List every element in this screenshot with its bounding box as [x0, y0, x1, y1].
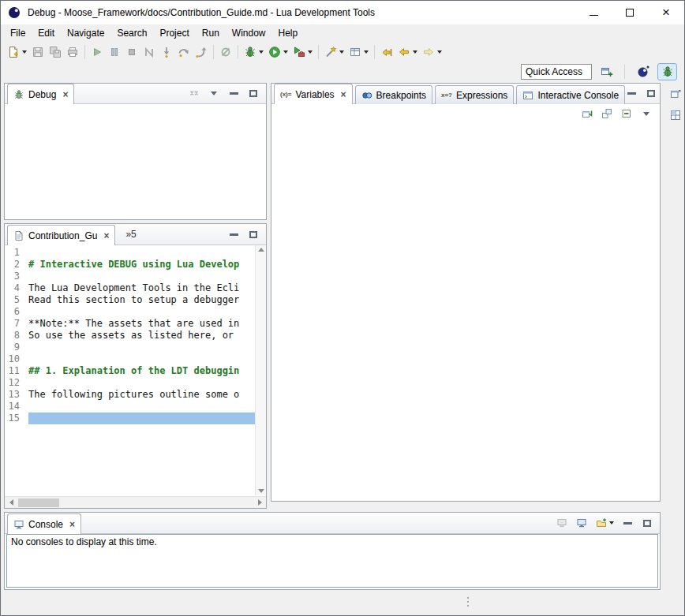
code-line[interactable]: 12: [5, 377, 255, 389]
code-line[interactable]: 3: [5, 271, 255, 282]
clear-console-button[interactable]: [556, 517, 568, 529]
menu-navigate[interactable]: Navigate: [61, 25, 110, 41]
maximize-view-button[interactable]: [247, 228, 260, 241]
code-line[interactable]: 10: [5, 353, 255, 365]
scroll-left-button[interactable]: [5, 499, 17, 506]
quick-access-label: Quick Access: [526, 66, 582, 77]
remove-all-terminated-button[interactable]: [188, 87, 200, 99]
step-into-button[interactable]: [159, 44, 174, 60]
view-menu-button[interactable]: [208, 87, 220, 99]
run-button[interactable]: [267, 44, 290, 60]
tab-expressions[interactable]: x=? Expressions: [435, 85, 514, 104]
tab-interactive-console[interactable]: Interactive Console: [516, 85, 625, 104]
menu-search[interactable]: Search: [110, 25, 153, 41]
menu-project[interactable]: Project: [153, 25, 195, 41]
resume-button[interactable]: [89, 44, 105, 60]
code-line[interactable]: 9: [5, 342, 255, 353]
step-return-button[interactable]: [193, 44, 209, 60]
restore-views-button[interactable]: [668, 86, 683, 102]
menu-run[interactable]: Run: [196, 25, 226, 41]
new-button[interactable]: [6, 44, 28, 60]
code-line[interactable]: 5Read this section to setup a debugger: [5, 294, 255, 306]
save-all-button[interactable]: [47, 44, 63, 60]
save-button[interactable]: [30, 44, 46, 60]
maximize-view-button[interactable]: [247, 87, 260, 99]
back-button[interactable]: [396, 44, 419, 60]
editor-vertical-scrollbar[interactable]: [255, 245, 266, 495]
minimized-view-grid-button[interactable]: [668, 107, 683, 123]
code-area[interactable]: 1 2# Interactive DEBUG using Lua Develop…: [5, 245, 255, 495]
external-tools-button[interactable]: [291, 44, 314, 60]
step-over-button[interactable]: [176, 44, 192, 60]
close-tab-icon[interactable]: ×: [341, 91, 346, 99]
code-line[interactable]: 4The Lua Development Tools in the Ecli: [5, 282, 255, 294]
print-icon: [66, 46, 79, 58]
forward-button[interactable]: [421, 44, 444, 60]
minimize-view-button[interactable]: [227, 87, 240, 99]
terminate-button[interactable]: [124, 44, 140, 60]
disconnect-button[interactable]: [141, 44, 157, 60]
minimize-view-button[interactable]: [625, 87, 638, 99]
code-line-current[interactable]: 15: [5, 413, 255, 424]
code-line[interactable]: 14: [5, 401, 255, 413]
last-edit-location-button[interactable]: [379, 44, 395, 60]
variables-content[interactable]: [271, 123, 660, 501]
scroll-right-button[interactable]: [253, 499, 266, 506]
status-bar-sash-handle[interactable]: [467, 597, 469, 607]
close-window-button[interactable]: ×: [648, 1, 684, 24]
tab-console[interactable]: Console ×: [7, 513, 81, 534]
skip-all-breakpoints-button[interactable]: [218, 44, 234, 60]
maximize-window-button[interactable]: [612, 1, 648, 24]
minimize-view-button[interactable]: [621, 517, 634, 529]
maximize-view-button[interactable]: [645, 87, 657, 99]
minimize-view-button[interactable]: [227, 228, 240, 241]
menu-help[interactable]: Help: [272, 25, 305, 41]
collapse-all-button[interactable]: [620, 107, 633, 120]
minimize-window-button[interactable]: [575, 1, 612, 24]
lua-perspective-button[interactable]: [633, 63, 653, 80]
maximize-view-button[interactable]: [641, 517, 653, 529]
debug-view-content[interactable]: [5, 104, 266, 219]
code-line[interactable]: 11## 1. Explanation of the LDT debuggin: [5, 365, 255, 377]
show-type-names-button[interactable]: [581, 107, 593, 120]
debug-perspective-icon: [661, 65, 674, 78]
menu-window[interactable]: Window: [226, 25, 272, 41]
tab-variables[interactable]: (x)= Variables ×: [274, 84, 353, 104]
open-task-button[interactable]: [347, 44, 370, 60]
show-logical-structure-button[interactable]: [601, 107, 613, 120]
tab-label: Contribution_Gu: [28, 230, 97, 241]
close-tab-icon[interactable]: ×: [103, 232, 109, 240]
close-icon: ×: [662, 8, 670, 17]
print-button[interactable]: [65, 44, 80, 60]
display-selected-console-button[interactable]: [575, 517, 588, 529]
editor-horizontal-scrollbar[interactable]: [5, 496, 266, 508]
code-line[interactable]: 7**Note:** The assets that are used in: [5, 318, 255, 330]
close-tab-icon[interactable]: ×: [62, 91, 68, 99]
open-perspective-button[interactable]: [597, 63, 616, 80]
suspend-button[interactable]: [107, 44, 122, 60]
menu-file[interactable]: File: [4, 25, 32, 41]
dropdown-chevron-icon: [609, 521, 614, 525]
tab-contribution-guide[interactable]: Contribution_Gu ×: [7, 225, 115, 245]
tab-breakpoints[interactable]: Breakpoints: [355, 85, 432, 104]
scrollbar-thumb[interactable]: [18, 498, 59, 507]
new-wizard-button[interactable]: [323, 44, 346, 60]
code-line[interactable]: 13The following pictures outline some o: [5, 389, 255, 401]
code-line[interactable]: 6: [5, 306, 255, 318]
close-tab-icon[interactable]: ×: [69, 521, 75, 528]
debug-perspective-button[interactable]: [657, 63, 677, 80]
open-console-button[interactable]: [595, 517, 614, 529]
tab-debug[interactable]: Debug ×: [7, 84, 74, 104]
debug-button[interactable]: [242, 44, 265, 60]
quick-access-input[interactable]: Quick Access: [521, 64, 592, 80]
code-line[interactable]: 2# Interactive DEBUG using Lua Develop: [5, 259, 255, 271]
variables-view-toolbar: [271, 104, 660, 123]
code-line[interactable]: 1: [5, 247, 255, 259]
code-line[interactable]: 8So use the assets as listed here, or: [5, 330, 255, 342]
maximize-icon: [647, 90, 655, 97]
debug-view-panel: Debug ×: [4, 83, 267, 220]
console-content[interactable]: No consoles to display at this time.: [6, 534, 658, 588]
hidden-editors-chevron[interactable]: »5: [122, 227, 140, 241]
menu-edit[interactable]: Edit: [32, 25, 61, 41]
view-menu-button[interactable]: [640, 107, 653, 120]
